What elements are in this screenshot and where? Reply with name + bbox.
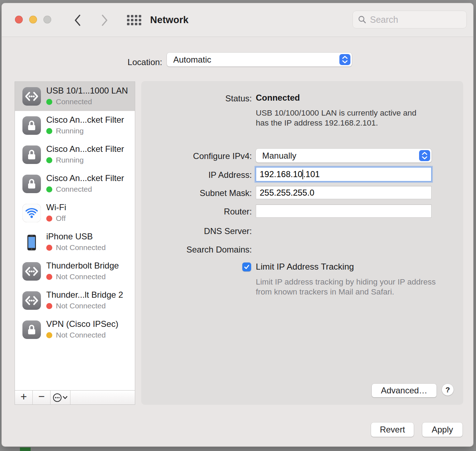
search-icon (358, 15, 366, 24)
sidebar-item-cisco-an-cket-filter-2[interactable]: Cisco An...cket Filter Running (15, 140, 135, 169)
status-text: Not Connected (56, 272, 106, 281)
service-name: Cisco An...cket Filter (46, 115, 124, 125)
service-name: USB 10/1...1000 LAN (46, 86, 128, 96)
lock-icon (22, 145, 41, 164)
service-status: Connected (46, 97, 92, 106)
list-toolbar: + − (15, 390, 135, 404)
service-name: Cisco An...cket Filter (46, 144, 124, 154)
service-status: Not Connected (46, 302, 106, 310)
status-dot (46, 99, 52, 105)
status-text: Running (56, 156, 84, 164)
sidebar-item-thunderbolt-bridge-6[interactable]: Thunderbolt Bridge Not Connected (15, 257, 135, 286)
status-label: Status: (141, 94, 252, 104)
ethernet-icon (22, 87, 41, 106)
sidebar-item-iphone-usb-5[interactable]: iPhone USB Not Connected (15, 228, 135, 257)
status-text: Connected (56, 185, 92, 193)
status-text: Not Connected (56, 243, 106, 252)
service-name: VPN (Cisco IPSec) (46, 319, 118, 329)
revert-button[interactable]: Revert (371, 423, 414, 437)
status-description: USB 10/100/1000 LAN is currently active … (256, 108, 427, 128)
sidebar-item-cisco-an-cket-filter-1[interactable]: Cisco An...cket Filter Running (15, 111, 135, 140)
popup-stepper-icon (419, 150, 430, 161)
ethernet-icon (22, 262, 41, 281)
sidebar-item-usb-10-1-1000-lan-0[interactable]: USB 10/1...1000 LAN Connected (15, 82, 135, 111)
popup-stepper-icon (339, 54, 350, 65)
subnet-mask-label: Subnet Mask: (141, 188, 252, 198)
service-name: Thunderbolt Bridge (46, 261, 119, 271)
location-label: Location: (87, 57, 162, 67)
status-text: Off (56, 214, 66, 223)
status-dot (46, 245, 52, 251)
zoom-button[interactable] (43, 16, 51, 23)
status-dot (46, 274, 52, 280)
add-service-button[interactable]: + (15, 391, 33, 404)
status-dot (46, 128, 52, 134)
limit-ip-tracking-description: Limit IP address tracking by hiding your… (256, 277, 438, 297)
sidebar-item-wi-fi-4[interactable]: Wi-Fi Off (15, 198, 135, 228)
ip-address-value-after-caret: .101 (303, 169, 320, 179)
service-status: Running (46, 127, 84, 135)
configure-ipv4-popup[interactable]: Manually (256, 149, 432, 163)
lock-icon (22, 116, 41, 135)
dns-server-label: DNS Server: (141, 226, 252, 236)
remove-service-button[interactable]: − (33, 391, 51, 404)
status-text: Not Connected (56, 302, 106, 310)
iphone-icon (22, 233, 41, 251)
subnet-mask-field[interactable]: 255.255.255.0 (256, 186, 432, 199)
location-popup[interactable]: Automatic (167, 53, 352, 67)
sidebar-item-vpn-cisco-ipsec-8[interactable]: VPN (Cisco IPSec) Not Connected (15, 315, 135, 344)
search-input[interactable]: Search (353, 11, 467, 28)
status-dot (46, 216, 52, 222)
service-name: iPhone USB (46, 232, 93, 242)
search-domains-label: Search Domains: (141, 245, 252, 255)
ellipsis-circle-chevron-icon (53, 393, 68, 403)
lock-icon (22, 175, 41, 193)
toolbar-spacer (70, 391, 135, 404)
service-status: Running (46, 156, 84, 164)
sidebar-item-thunder-lt-bridge-2-7[interactable]: Thunder...lt Bridge 2 Not Connected (15, 286, 135, 315)
network-services-list: USB 10/1...1000 LAN Connected Cisco An..… (15, 81, 135, 405)
checkmark-icon (243, 264, 250, 270)
service-status: Not Connected (46, 272, 106, 281)
service-status: Off (46, 214, 66, 223)
configure-ipv4-value: Manually (256, 151, 296, 161)
status-dot (46, 332, 52, 338)
network-preferences-window: Network Search Location: Automatic USB 1… (1, 3, 474, 447)
service-name: Wi-Fi (46, 202, 66, 212)
show-all-grid-icon[interactable] (127, 15, 141, 26)
forward-button[interactable] (99, 13, 111, 28)
subnet-mask-value: 255.255.255.0 (260, 188, 314, 198)
back-button[interactable] (72, 13, 84, 28)
router-field[interactable] (256, 205, 432, 218)
sidebar-item-cisco-an-cket-filter-3[interactable]: Cisco An...cket Filter Connected (15, 169, 135, 198)
ip-address-label: IP Address: (141, 170, 252, 180)
background-artifact (20, 447, 31, 451)
chevron-left-icon (73, 14, 82, 27)
page-title: Network (150, 15, 189, 26)
ip-address-value-before-caret: 192.168.10 (260, 169, 302, 179)
help-button[interactable]: ? (442, 384, 454, 396)
lock-icon (22, 320, 41, 339)
close-button[interactable] (15, 16, 23, 23)
ip-address-field[interactable]: 192.168.10.101 (256, 167, 432, 181)
advanced-button[interactable]: Advanced… (372, 384, 437, 397)
status-text: Running (56, 127, 84, 135)
location-value: Automatic (167, 55, 211, 65)
service-detail-panel: Status: Connected USB 10/100/1000 LAN is… (141, 81, 463, 405)
service-name: Thunder...lt Bridge 2 (46, 290, 123, 300)
wifi-icon (22, 204, 41, 222)
status-value: Connected (256, 93, 300, 103)
limit-ip-tracking-checkbox[interactable] (242, 262, 251, 271)
status-text: Not Connected (56, 331, 106, 339)
chevron-right-icon (100, 14, 109, 27)
more-actions-button[interactable] (51, 391, 70, 404)
search-placeholder: Search (370, 15, 398, 25)
service-rows: USB 10/1...1000 LAN Connected Cisco An..… (15, 82, 135, 344)
minimize-button[interactable] (29, 16, 37, 23)
service-status: Not Connected (46, 331, 106, 339)
apply-button[interactable]: Apply (422, 423, 462, 437)
status-text: Connected (56, 97, 92, 106)
service-name: Cisco An...cket Filter (46, 173, 124, 183)
service-status: Not Connected (46, 243, 106, 252)
configure-ipv4-label: Configure IPv4: (141, 151, 252, 161)
